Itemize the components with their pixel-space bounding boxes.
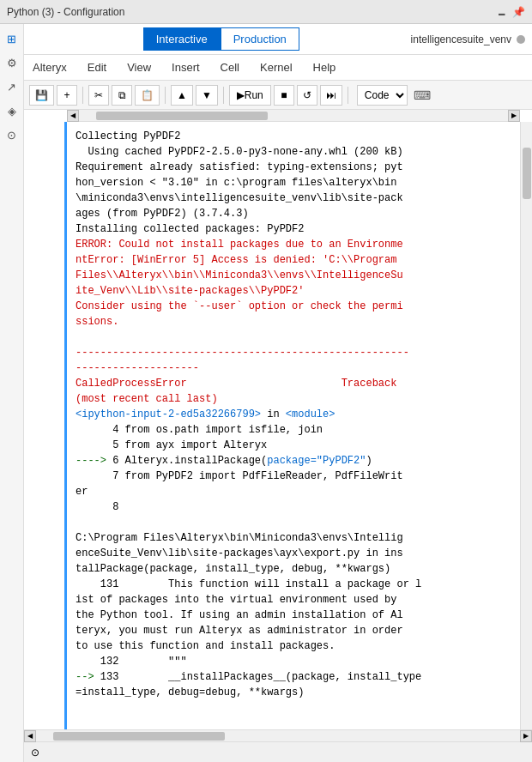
move-down-button[interactable]: ▼ (196, 85, 218, 106)
save-button[interactable]: 💾 (29, 85, 54, 106)
h-scroll-left-btn2[interactable]: ◀ (24, 730, 36, 742)
scrollbar-thumb[interactable] (523, 148, 531, 199)
horizontal-scrollbar[interactable]: ◀ ▶ (24, 729, 532, 741)
cell-type-dropdown[interactable]: Code (357, 85, 408, 106)
minimize-icon[interactable]: 🗕 (497, 6, 507, 18)
output-area[interactable]: Collecting PyPDF2 Using cached PyPDF2-2.… (67, 122, 520, 729)
title-bar: Python (3) - Configuration 🗕 📌 (0, 0, 532, 24)
menu-kernel[interactable]: Kernel (257, 59, 296, 76)
copy-button[interactable]: ⧉ (112, 85, 132, 106)
menu-bar: Alteryx Edit View Insert Cell Kernel Hel… (24, 55, 532, 81)
keyboard-shortcut-icon[interactable]: ⌨ (414, 88, 431, 102)
pin-icon[interactable]: 📌 (512, 6, 525, 18)
h-scroll-right-btn[interactable]: ▶ (508, 110, 520, 122)
menu-help[interactable]: Help (310, 59, 340, 76)
vertical-scrollbar[interactable] (520, 122, 532, 729)
env-name: intelligencesuite_venv (411, 33, 511, 45)
sidebar-icon-grid[interactable]: ⊞ (3, 29, 21, 48)
menu-edit[interactable]: Edit (84, 59, 110, 76)
production-btn[interactable]: Production (221, 27, 299, 51)
status-icon[interactable]: ⊙ (31, 747, 39, 759)
menu-view[interactable]: View (124, 59, 154, 76)
top-bar: Interactive Production intelligencesuite… (24, 24, 532, 55)
menu-insert[interactable]: Insert (168, 59, 203, 76)
toolbar: 💾 + ✂ ⧉ 📋 ▲ ▼ ▶ Run ■ ↺ ⏭ Code ⌨ (24, 81, 532, 110)
output-text: Collecting PyPDF2 Using cached PyPDF2-2.… (76, 129, 511, 700)
env-status-dot (517, 35, 525, 44)
restart-button[interactable]: ↺ (297, 85, 317, 106)
stop-button[interactable]: ■ (274, 85, 294, 106)
bottom-bar: ⊙ (24, 741, 532, 762)
interactive-btn[interactable]: Interactive (143, 27, 221, 51)
title-text: Python (3) - Configuration (7, 6, 124, 18)
menu-alteryx[interactable]: Alteryx (29, 59, 70, 76)
restart-run-button[interactable]: ⏭ (320, 85, 342, 106)
h-scroll-left-btn[interactable]: ◀ (67, 110, 79, 122)
sidebar-icon-circle[interactable]: ⊙ (3, 125, 21, 144)
move-up-button[interactable]: ▲ (171, 85, 193, 106)
paste-button[interactable]: 📋 (135, 85, 160, 106)
run-button[interactable]: ▶ Run (229, 85, 271, 106)
menu-cell[interactable]: Cell (217, 59, 243, 76)
sidebar-icon-arrow[interactable]: ↗ (3, 77, 21, 96)
sidebar-icon-tag[interactable]: ◈ (3, 101, 21, 120)
cell-gutter (24, 122, 67, 729)
add-cell-button[interactable]: + (57, 85, 77, 106)
left-sidebar: ⊞ ⚙ ↗ ◈ ⊙ (0, 24, 24, 762)
sidebar-icon-settings[interactable]: ⚙ (3, 53, 21, 72)
h-scroll-right-btn2[interactable]: ▶ (520, 730, 532, 742)
cut-button[interactable]: ✂ (88, 85, 109, 106)
